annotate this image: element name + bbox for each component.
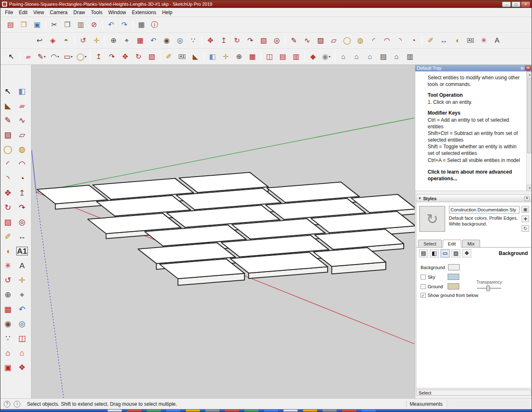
zoom-icon[interactable]: ⊕ — [108, 35, 119, 46]
sign-in-dropdown-icon[interactable]: ▾ — [329, 55, 330, 59]
circle-icon[interactable]: ◯▾ — [76, 51, 87, 62]
update-style-icon[interactable]: ↻ — [522, 225, 529, 232]
zoom-extents-icon[interactable]: ▦ — [135, 35, 145, 46]
rotated-rectangle-icon[interactable]: ▱ — [16, 128, 28, 141]
save-icon[interactable]: ▣ — [32, 20, 42, 30]
style-name-input[interactable] — [449, 206, 520, 213]
tape-measure-icon[interactable]: ✐ — [2, 230, 14, 243]
edge-settings-icon[interactable]: ▤ — [419, 249, 428, 258]
face-settings-icon[interactable]: ◧ — [430, 249, 439, 258]
shapes-icon[interactable]: ▭▾ — [63, 51, 74, 62]
paste-icon[interactable]: ▥ — [75, 20, 86, 30]
transparency-slider[interactable] — [477, 285, 501, 291]
pin-icon[interactable]: ✜ — [519, 65, 525, 71]
menu-camera[interactable]: Camera — [47, 8, 71, 17]
style-thumbnail[interactable]: ↻ — [419, 206, 445, 232]
axes-icon[interactable]: ✳ — [2, 259, 14, 272]
orbit-icon[interactable]: ↺ — [2, 274, 14, 286]
share-model-icon[interactable]: ◆ — [308, 51, 318, 62]
measurements-input[interactable] — [447, 400, 530, 408]
taskbar-app-icon[interactable] — [225, 410, 239, 412]
send-to-layout-icon[interactable]: ▤ — [378, 51, 389, 62]
sky-checkbox[interactable] — [421, 275, 426, 280]
geolocation-help-icon[interactable]: ? — [4, 401, 10, 407]
taskbar-app-icon[interactable] — [147, 410, 161, 412]
dimension-icon[interactable]: ↔ — [16, 230, 28, 243]
orbit-icon[interactable]: ↺ — [78, 35, 89, 46]
minimize-button[interactable]: – — [502, 2, 511, 7]
model-canvas[interactable] — [32, 65, 415, 398]
taskbar-app-icon[interactable] — [166, 410, 180, 412]
offset-icon[interactable]: ◎ — [16, 216, 28, 228]
move-icon[interactable]: ✥ — [120, 51, 131, 62]
tab-mix[interactable]: Mix — [462, 240, 480, 247]
display-secondary-pane-icon[interactable]: ▣ — [522, 206, 529, 213]
look-around-icon[interactable]: ◎ — [16, 317, 28, 330]
make-component-icon[interactable]: ◧ — [207, 51, 218, 62]
erase-icon[interactable]: ⊘ — [89, 20, 99, 30]
new-icon[interactable]: ▤ — [5, 20, 16, 30]
three-point-arc-icon[interactable]: ◝ — [395, 35, 406, 46]
create-new-style-icon[interactable]: ✚ — [522, 216, 529, 222]
menu-view[interactable]: View — [30, 8, 47, 17]
line-dropdown-icon[interactable]: ▾ — [44, 55, 46, 59]
styles-panel-header[interactable]: ▼ Styles ✕ — [416, 195, 531, 202]
background-settings-icon[interactable]: ▭ — [441, 249, 450, 258]
tab-edit[interactable]: Edit — [443, 240, 461, 248]
select-icon[interactable]: ↖ — [6, 51, 17, 62]
menu-window[interactable]: Window — [106, 8, 129, 17]
two-point-arc-icon[interactable]: ◠ — [16, 157, 28, 170]
freehand-icon[interactable]: ∿ — [302, 35, 313, 46]
make-component-icon[interactable]: ◧ — [16, 85, 28, 97]
ground-checkbox[interactable] — [421, 284, 426, 289]
line-icon[interactable]: ✎ — [288, 35, 299, 46]
line-icon[interactable]: ✎ — [2, 114, 14, 126]
print-icon[interactable]: ▦ — [136, 20, 147, 30]
zoom-previous-icon[interactable]: ↶ — [148, 35, 159, 46]
taskbar-app-icon[interactable] — [244, 410, 259, 412]
scrollbar-thumb[interactable] — [527, 78, 532, 153]
collapse-icon[interactable]: ▼ — [418, 196, 421, 200]
sign-in-icon[interactable]: ◉▾ — [321, 51, 332, 62]
tape-measure-icon[interactable]: ✐ — [425, 35, 436, 46]
taskbar-app-icon[interactable] — [264, 410, 278, 412]
follow-me-icon[interactable]: ↷ — [106, 51, 117, 62]
tray-close-icon[interactable]: ✕ — [525, 66, 531, 71]
background-color-swatch[interactable] — [448, 264, 460, 270]
eraser-icon[interactable]: ▰ — [23, 51, 34, 62]
tape-measure-icon[interactable]: ✐ — [163, 51, 174, 62]
walk-icon[interactable]: ∵ — [2, 332, 14, 344]
scale-icon[interactable]: ▧ — [258, 35, 269, 46]
share-model-icon[interactable]: ⌂ — [16, 346, 28, 359]
taskbar-app-icon[interactable] — [127, 410, 141, 412]
circle-icon[interactable]: ◯ — [2, 143, 14, 155]
two-point-arc-icon[interactable]: ◠ — [382, 35, 392, 46]
menu-help[interactable]: Help — [159, 8, 175, 17]
push-pull-icon[interactable]: ↥ — [16, 186, 28, 199]
3d-text-icon[interactable]: A — [16, 259, 28, 272]
display-section-planes-icon[interactable]: ▤ — [277, 51, 288, 62]
rectangle-icon[interactable]: ▨ — [315, 35, 326, 46]
taskbar-app-icon[interactable] — [283, 410, 298, 412]
line-icon[interactable]: ✎▾ — [36, 51, 47, 62]
axes-icon[interactable]: ✳ — [478, 35, 489, 46]
rotate-icon[interactable]: ↻ — [2, 201, 14, 213]
style-builder-icon[interactable]: ⌂ — [391, 51, 402, 62]
model-viewport[interactable] — [32, 65, 415, 398]
taskbar-app-icon[interactable] — [362, 410, 376, 412]
credits-info-icon[interactable]: i — [14, 401, 20, 407]
cut-icon[interactable]: ✂ — [49, 20, 59, 30]
zoom-previous-icon[interactable]: ↶ — [16, 303, 28, 315]
arc-icon[interactable]: ◜ — [2, 157, 14, 170]
taskbar-app-icon[interactable] — [342, 410, 356, 412]
show-ground-checkbox[interactable] — [421, 293, 426, 298]
styles-close-icon[interactable]: ✕ — [524, 196, 530, 201]
menu-draw[interactable]: Draw — [71, 8, 88, 17]
3d-text-icon[interactable]: A — [492, 35, 502, 46]
look-around-icon[interactable]: ◎ — [175, 35, 185, 46]
extension-warehouse-icon[interactable]: ⌂ — [351, 51, 362, 62]
modeling-settings-icon[interactable]: ❖ — [462, 249, 471, 258]
protractor-icon[interactable]: ◖ — [452, 35, 463, 46]
offset-icon[interactable]: ◎ — [271, 35, 282, 46]
paint-bucket-icon[interactable]: ◣ — [190, 51, 201, 62]
